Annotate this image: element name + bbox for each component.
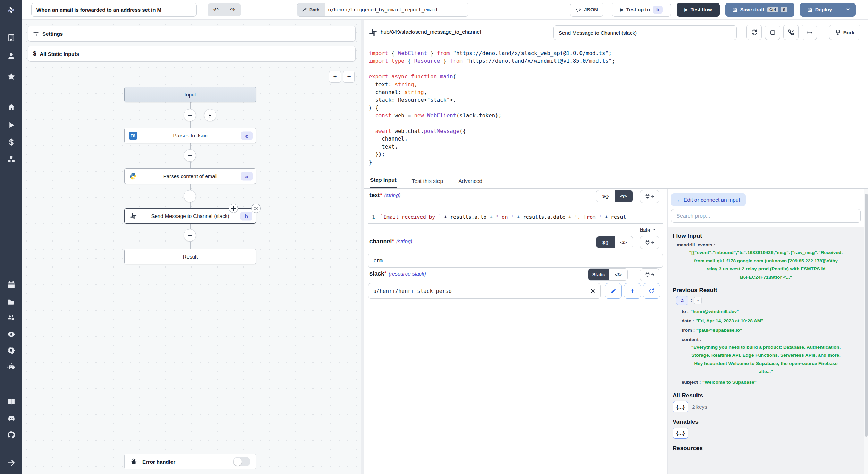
insert-step-button[interactable] bbox=[184, 109, 196, 121]
text-expression-editor[interactable]: 1 `Email received by ` + results.a.to + … bbox=[368, 210, 663, 224]
fork-button[interactable]: Fork bbox=[829, 25, 860, 40]
result-subject-row[interactable]: subject "Welcome to Supabase" bbox=[673, 379, 859, 385]
step-summary-input[interactable] bbox=[553, 25, 737, 40]
insert-step-button[interactable] bbox=[184, 149, 196, 162]
javascript-mode-option[interactable]: </> bbox=[615, 190, 633, 202]
result-a-chip[interactable]: a bbox=[676, 296, 688, 305]
runs-play-icon[interactable] bbox=[0, 119, 22, 131]
folders-icon[interactable] bbox=[0, 296, 22, 308]
mandrill-events-row[interactable]: mandrill_events bbox=[673, 242, 859, 248]
move-node-handle[interactable] bbox=[229, 204, 238, 213]
audit-eye-icon[interactable] bbox=[0, 328, 22, 340]
result-content-row[interactable]: content bbox=[673, 336, 859, 342]
stop-square-button[interactable] bbox=[765, 25, 780, 40]
chevron-down-icon bbox=[845, 7, 850, 12]
play-icon: ▶ bbox=[685, 7, 688, 12]
panel-resizer[interactable] bbox=[361, 20, 364, 474]
tab-advanced[interactable]: Advanced bbox=[458, 178, 482, 188]
prop-search-input[interactable] bbox=[671, 209, 861, 223]
plus-icon bbox=[629, 288, 635, 294]
template-mode-option[interactable]: ${} bbox=[596, 190, 615, 202]
save-draft-button[interactable]: Save draft Ctrl S bbox=[725, 3, 794, 17]
test-up-to-button[interactable]: ▶ Test up to b bbox=[612, 3, 671, 17]
template-mode-option[interactable]: ${} bbox=[596, 236, 615, 248]
workers-robot-icon[interactable] bbox=[0, 361, 22, 373]
trigger-bolt-button[interactable] bbox=[204, 109, 216, 121]
help-link[interactable]: Help bbox=[640, 227, 656, 232]
undo-button[interactable]: ↶ bbox=[208, 3, 224, 16]
flow-node-parses-to-json[interactable]: TS Parses to Json c bbox=[124, 128, 256, 143]
error-handler-toggle[interactable] bbox=[233, 457, 250, 466]
plug-arrow-icon bbox=[644, 272, 655, 278]
result-content-value[interactable]: "Everything you need to build a product:… bbox=[673, 342, 859, 376]
home-icon[interactable] bbox=[0, 101, 22, 113]
flow-node-result[interactable]: Result bbox=[124, 249, 256, 264]
flow-title-input[interactable] bbox=[31, 3, 197, 17]
slack-field-label: slack*(resource-slack) bbox=[369, 270, 426, 277]
deploy-button[interactable]: Deploy bbox=[800, 3, 856, 17]
flow-settings-button[interactable]: Settings bbox=[28, 26, 356, 42]
mandrill-events-value[interactable]: "[{"event":"inbound","ts":1683819426,"ms… bbox=[673, 248, 859, 281]
json-button[interactable]: JSON bbox=[570, 3, 603, 17]
result-to-row[interactable]: to "henri@windmill.dev" bbox=[673, 308, 859, 314]
plus-icon bbox=[187, 232, 193, 238]
flow-node-input[interactable]: Input bbox=[124, 87, 256, 102]
channel-value-input[interactable] bbox=[368, 254, 663, 268]
javascript-mode-option[interactable]: </> bbox=[609, 269, 627, 280]
result-date-row[interactable]: date "Fri, Apr 14, 2023 at 10:28 AM" bbox=[673, 318, 859, 324]
clear-resource-icon[interactable] bbox=[590, 288, 595, 294]
reload-script-button[interactable] bbox=[746, 25, 762, 40]
javascript-mode-option[interactable]: </> bbox=[615, 236, 633, 248]
edit-or-connect-button[interactable]: ← Edit or connect an input bbox=[671, 193, 746, 206]
error-handler-label: Error handler bbox=[142, 459, 175, 465]
zoom-in-button[interactable]: + bbox=[329, 71, 341, 83]
discord-icon[interactable] bbox=[0, 412, 22, 424]
tab-step-input[interactable]: Step Input bbox=[370, 177, 397, 188]
favorites-star-icon[interactable] bbox=[0, 70, 22, 82]
insert-step-button[interactable] bbox=[184, 229, 196, 242]
add-resource-button[interactable] bbox=[624, 283, 641, 299]
delete-node-button[interactable] bbox=[251, 204, 261, 213]
scrollbar-thumb[interactable] bbox=[865, 194, 868, 437]
collapse-rail-arrow-icon[interactable] bbox=[0, 457, 22, 468]
github-icon[interactable] bbox=[0, 429, 22, 441]
connect-input-button[interactable] bbox=[640, 268, 659, 281]
tab-test-this-step[interactable]: Test this step bbox=[412, 178, 443, 188]
topbar: ↶ ↷ Path u/henri/triggered_by_email_repo… bbox=[22, 0, 868, 20]
path-value[interactable]: u/henri/triggered_by_email_report_email bbox=[324, 3, 468, 16]
windmill-logo-icon[interactable] bbox=[0, 4, 22, 16]
variables-dollar-icon[interactable] bbox=[0, 136, 22, 148]
docs-book-icon[interactable] bbox=[0, 396, 22, 407]
error-handler-node[interactable]: Error handler bbox=[124, 454, 256, 469]
static-mode-option[interactable]: Static bbox=[588, 269, 609, 280]
settings-gear-icon[interactable] bbox=[0, 344, 22, 356]
sleep-bed-button[interactable] bbox=[802, 25, 817, 40]
result-from-row[interactable]: from "paul@supabase.io" bbox=[673, 327, 859, 333]
user-icon[interactable] bbox=[0, 50, 22, 62]
groups-users-gear-icon[interactable] bbox=[0, 312, 22, 323]
deploy-dropdown-chevron[interactable] bbox=[842, 7, 854, 13]
connect-input-button[interactable] bbox=[640, 236, 659, 249]
collapse-button[interactable]: - bbox=[694, 297, 702, 304]
test-flow-button[interactable]: ▶ Test flow bbox=[677, 3, 720, 17]
all-results-object-chip[interactable]: {...} bbox=[673, 401, 688, 412]
slack-resource-input[interactable]: u/henri/henri_slack_perso bbox=[368, 283, 601, 299]
variables-object-chip[interactable]: {...} bbox=[673, 428, 688, 439]
workspace-building-icon[interactable] bbox=[0, 32, 22, 43]
edit-resource-button[interactable] bbox=[605, 283, 622, 299]
flow-settings-label: Settings bbox=[42, 31, 63, 37]
path-chip[interactable]: Path bbox=[297, 3, 324, 16]
phone-incoming-button[interactable] bbox=[783, 25, 799, 40]
code-editor[interactable]: import { WebClient } from "https://deno.… bbox=[364, 45, 868, 172]
deploy-main[interactable]: Deploy bbox=[802, 7, 836, 12]
schedules-calendar-icon[interactable] bbox=[0, 279, 22, 291]
props-scrollbar[interactable] bbox=[864, 189, 868, 474]
flow-node-parses-content-of-email[interactable]: Parses content of email a bbox=[124, 168, 256, 184]
connect-input-button[interactable] bbox=[640, 190, 659, 203]
resources-boxes-icon[interactable] bbox=[0, 153, 22, 165]
insert-step-button[interactable] bbox=[184, 190, 196, 202]
refresh-resource-button[interactable] bbox=[643, 283, 660, 299]
redo-button[interactable]: ↷ bbox=[224, 3, 241, 16]
all-static-inputs-button[interactable]: $ All Static Inputs bbox=[28, 46, 356, 62]
zoom-out-button[interactable]: − bbox=[343, 71, 355, 83]
